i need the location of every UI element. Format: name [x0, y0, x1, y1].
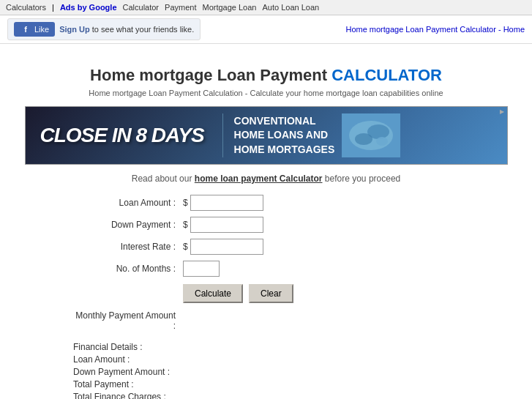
ad-close-days-text: CLOSE IN 8 DAYS: [26, 116, 219, 154]
page-title: Home mortgage Loan Payment CALCULATOR: [15, 66, 517, 85]
ad-text-line1: CONVENTIONAL: [234, 114, 335, 129]
calculator-form: Loan Amount : $ Down Payment : $ Interes…: [73, 195, 517, 331]
auto-loan-link[interactable]: Auto Loan Loan: [262, 3, 319, 12]
facebook-icon: f: [20, 23, 31, 35]
like-label: Like: [34, 25, 49, 34]
results-section: Financial Details : Loan Amount : Down P…: [73, 342, 517, 399]
top-bar: f Like Sign Up to see what your friends …: [0, 15, 532, 44]
result-total-finance-row: Total Finance Charges :: [73, 392, 517, 399]
ad-divider: [222, 113, 223, 157]
fb-signup-text: Sign Up to see what your friends like.: [59, 25, 194, 34]
button-row: Calculate Clear: [183, 284, 517, 303]
loan-amount-input[interactable]: [190, 195, 263, 211]
monthly-payment-label: Monthly Payment Amount :: [73, 310, 183, 331]
home-loan-calculator-link[interactable]: home loan payment Calculator: [195, 174, 323, 184]
ad-right-section: CONVENTIONAL HOME LOANS AND HOME MORTGAG…: [227, 110, 507, 161]
months-row: No. of Months :: [73, 261, 517, 277]
nav-separator: |: [52, 3, 54, 12]
monthly-payment-row: Monthly Payment Amount :: [73, 310, 517, 331]
main-content: Home mortgage Loan Payment CALCULATOR Ho…: [0, 44, 532, 399]
result-total-payment-label: Total Payment :: [73, 379, 134, 389]
down-payment-row: Down Payment : $: [73, 217, 517, 233]
interest-rate-label: Interest Rate :: [73, 242, 183, 252]
financial-details-label: Financial Details :: [73, 342, 143, 352]
ad-text: CONVENTIONAL HOME LOANS AND HOME MORTGAG…: [234, 114, 335, 157]
calculate-button[interactable]: Calculate: [183, 284, 243, 303]
ads-by-google-link[interactable]: Ads by Google: [60, 3, 117, 12]
payment-link[interactable]: Payment: [165, 3, 196, 12]
clear-button[interactable]: Clear: [249, 284, 293, 303]
down-payment-input[interactable]: [190, 217, 263, 233]
breadcrumb: Home mortgage Loan Payment Calculator - …: [345, 25, 525, 34]
result-loan-amount-row: Loan Amount :: [73, 354, 517, 365]
down-payment-currency-sign: $: [183, 220, 188, 230]
ad-banner[interactable]: CLOSE IN 8 DAYS CONVENTIONAL HOME LOANS …: [25, 106, 508, 165]
calculators-link[interactable]: Calculators: [6, 3, 46, 12]
months-label: No. of Months :: [73, 264, 183, 274]
down-payment-label: Down Payment :: [73, 220, 183, 230]
loan-amount-label: Loan Amount :: [73, 198, 183, 208]
read-about-section: Read about our home loan payment Calcula…: [15, 174, 517, 184]
result-down-payment-label: Down Payment Amount :: [73, 367, 170, 377]
ad-map-image: [342, 113, 400, 157]
fb-like-box: f Like Sign Up to see what your friends …: [7, 18, 201, 40]
top-nav: Calculators | Ads by Google Calculator P…: [0, 0, 532, 15]
svg-point-3: [355, 133, 372, 145]
result-down-payment-row: Down Payment Amount :: [73, 367, 517, 377]
financial-details-label-row: Financial Details :: [73, 342, 517, 352]
page-subtitle: Home mortgage Loan Payment Calculation -…: [15, 89, 517, 97]
months-input[interactable]: [183, 261, 220, 277]
ad-corner-label: ▶: [500, 108, 504, 115]
loan-amount-currency-sign: $: [183, 198, 188, 208]
page-title-part2: CALCULATOR: [331, 66, 442, 84]
result-total-finance-label: Total Finance Charges :: [73, 392, 166, 399]
svg-point-4: [376, 137, 388, 146]
fb-after-text: to see what your friends like.: [90, 25, 194, 34]
loan-amount-row: Loan Amount : $: [73, 195, 517, 211]
mortgage-loan-link[interactable]: Mortgage Loan: [202, 3, 256, 12]
fb-signup-link[interactable]: Sign Up: [59, 25, 90, 34]
ad-text-line3: HOME MORTGAGES: [234, 143, 335, 157]
interest-rate-row: Interest Rate : $: [73, 239, 517, 255]
calculator-link[interactable]: Calculator: [123, 3, 160, 12]
page-title-part1: Home mortgage Loan Payment: [90, 66, 331, 84]
ad-text-line2: HOME LOANS AND: [234, 128, 335, 143]
fb-like-button[interactable]: f Like: [14, 22, 55, 37]
read-about-text-before: Read about our: [132, 174, 195, 184]
result-loan-amount-label: Loan Amount :: [73, 354, 130, 365]
interest-rate-input[interactable]: [190, 239, 263, 255]
read-about-text-after: before you proceed: [323, 174, 401, 184]
breadcrumb-link[interactable]: Home mortgage Loan Payment Calculator - …: [345, 25, 525, 34]
result-total-payment-row: Total Payment :: [73, 379, 517, 389]
interest-rate-currency-sign: $: [183, 242, 188, 252]
